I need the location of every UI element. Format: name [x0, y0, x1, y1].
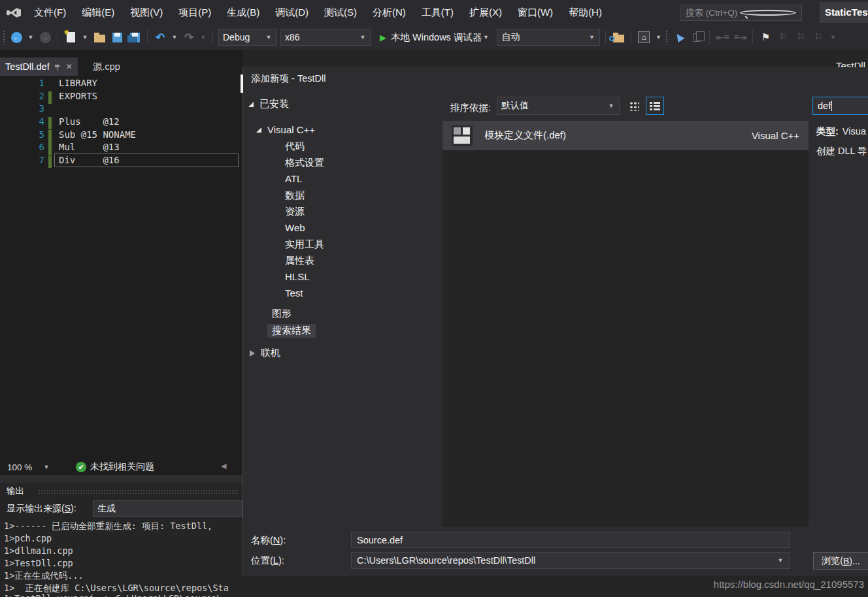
browse-button[interactable]: 浏览(B)... [813, 552, 868, 570]
location-dropdown[interactable]: C:\Users\LGR\source\repos\TestDll\TestDl… [351, 552, 790, 569]
undo-dropdown[interactable]: ▼ [171, 34, 178, 40]
tree-node-code[interactable]: 代码 [285, 140, 305, 153]
toolbar-separator [631, 30, 631, 44]
quick-search-box[interactable]: 搜索 (Ctrl+Q) [680, 5, 802, 21]
tree-node-utility[interactable]: 实用工具 [285, 238, 324, 251]
open-folder-icon [94, 35, 105, 42]
save-button[interactable] [110, 29, 124, 45]
attach-mode-dropdown[interactable]: 自动 ▼ [497, 29, 600, 46]
tree-node-installed[interactable]: 已安装 [248, 98, 289, 110]
menu-test[interactable]: 测试(S) [316, 0, 365, 25]
tree-node-atl[interactable]: ATL [285, 173, 302, 184]
tree-node-resource[interactable]: 资源 [285, 206, 305, 218]
name-field[interactable]: Source.def [351, 532, 790, 548]
small-icons-view-button[interactable] [626, 97, 643, 114]
panel-splitter[interactable] [0, 475, 242, 483]
next-bookmark-button[interactable]: ⚐ [793, 29, 808, 45]
name-value: Source.def [357, 535, 403, 545]
menu-project[interactable]: 项目(P) [171, 0, 219, 25]
tree-node-test[interactable]: Test [285, 287, 303, 298]
new-file-dropdown[interactable]: ▼ [81, 34, 89, 40]
redo-button[interactable]: ↷ [182, 29, 196, 45]
output-log[interactable]: 1>------ 已启动全部重新生成: 项目: TestDll, 1>pch.c… [4, 519, 242, 597]
tab-source-cpp[interactable]: 源.cpp [93, 57, 120, 76]
chevron-down-icon: ▼ [607, 103, 615, 109]
previous-bookmark-button[interactable]: ⚐ [776, 29, 790, 45]
menu-tools[interactable]: 工具(T) [414, 0, 461, 25]
pin-icon[interactable] [54, 64, 60, 70]
tab-testdll-def[interactable]: TestDll.def ✕ [0, 57, 78, 76]
list-view-button[interactable] [646, 97, 664, 115]
clear-bookmarks-button[interactable]: ⚐ [811, 29, 826, 45]
output-line: 1>TestDll.cpp [4, 558, 73, 568]
increase-indent-button[interactable]: ≡⇥ [733, 29, 747, 45]
sort-by-dropdown[interactable]: 默认值 ▼ [497, 97, 620, 115]
navigate-back-dropdown[interactable]: ▼ [27, 34, 35, 40]
solution-platform-dropdown[interactable]: x86 ▼ [280, 29, 371, 46]
scroll-left-arrow[interactable]: ◀ [221, 462, 226, 470]
navigate-to-cursor-button[interactable] [672, 29, 686, 45]
menu-window[interactable]: 窗口(W) [510, 0, 561, 25]
find-in-files-button[interactable] [611, 29, 626, 45]
decrease-indent-button[interactable]: ⇤≡ [715, 29, 729, 45]
open-file-button[interactable] [92, 29, 107, 45]
template-search-input[interactable]: def [812, 97, 868, 115]
tree-node-visual-cpp[interactable]: Visual C++ [256, 124, 315, 135]
menu-help[interactable]: 帮助(H) [561, 0, 610, 25]
menu-build[interactable]: 生成(B) [219, 0, 267, 25]
tree-node-web[interactable]: Web [285, 222, 305, 233]
toolbar-grip[interactable] [3, 30, 6, 44]
new-file-button[interactable] [63, 29, 78, 45]
play-icon: ▶ [380, 33, 386, 42]
standard-toolbar: ← ▼ → ▼ ↶ ▼ ↷ ▼ Debug ▼ x86 ▼ ▶ 本地 Windo… [0, 25, 868, 50]
code-area[interactable]: 1LIBRARY 2EXPORTS 3 4Plus @12 5Sub @15 N… [0, 76, 242, 459]
copy-icon [693, 33, 701, 42]
add-new-item-dialog: 添加新项 - TestDll 已安装 Visual C++ 代码 格式设置 AT… [242, 67, 868, 576]
output-line: 1>pch.cpp [4, 533, 52, 543]
configuration-value: Debug [223, 32, 265, 42]
chevron-down-icon: ▼ [588, 34, 595, 40]
menu-debug[interactable]: 调试(D) [267, 0, 316, 25]
tree-node-online[interactable]: 联机 [250, 347, 280, 359]
module-definition-file-icon [452, 125, 473, 146]
template-row-module-definition-file[interactable]: 模块定义文件(.def) Visual C++ [442, 121, 809, 150]
copy-reference-button[interactable] [690, 29, 704, 45]
template-search-value: def [818, 101, 831, 111]
menu-view[interactable]: 视图(V) [122, 0, 171, 25]
menu-analyze[interactable]: 分析(N) [365, 0, 414, 25]
tree-node-data[interactable]: 数据 [285, 189, 305, 202]
solution-configuration-dropdown[interactable]: Debug ▼ [218, 29, 277, 46]
toggle-bookmark-button[interactable]: ⚑ [758, 29, 773, 45]
chevron-down-icon: ▼ [359, 34, 367, 40]
undo-button[interactable]: ↶ [153, 29, 167, 45]
output-source-value: 生成 [97, 503, 238, 515]
bookmarks-dropdown[interactable]: ▼ [829, 34, 837, 40]
tree-node-graphics[interactable]: 图形 [272, 308, 292, 320]
panel-drag-texture[interactable] [38, 489, 238, 494]
tree-node-property-sheets[interactable]: 属性表 [285, 255, 314, 267]
tree-node-formatting[interactable]: 格式设置 [285, 157, 324, 169]
redo-icon: ↷ [184, 32, 193, 43]
redo-dropdown[interactable]: ▼ [199, 34, 207, 40]
menu-file[interactable]: 文件(F) [26, 0, 74, 25]
save-all-button[interactable] [127, 29, 142, 45]
tree-node-search-results-selected[interactable]: 搜索结果 [267, 324, 316, 338]
code-line: 6Mul @13 [0, 142, 242, 155]
toolbar-separator [709, 30, 710, 44]
sync-dropdown[interactable]: ▼ [654, 34, 662, 40]
menu-extensions[interactable]: 扩展(X) [461, 0, 510, 25]
output-source-dropdown[interactable]: 生成 [93, 500, 242, 517]
start-debugging-button[interactable]: ▶ 本地 Windows 调试器 ▼ [380, 29, 490, 45]
menu-edit[interactable]: 编辑(E) [74, 0, 122, 25]
tree-node-hlsl[interactable]: HLSL [285, 271, 310, 282]
navigate-forward-button[interactable]: → [38, 29, 52, 45]
background-window-area: TestDll [242, 50, 868, 67]
output-panel: 输出 显示输出来源(S): 生成 1>------ 已启动全部重新生成: 项目:… [0, 483, 242, 597]
editor-status-bar: 100 % ▼ ✔ 未找到相关问题 ◀ [0, 459, 242, 475]
solution-explorer-sync-button[interactable]: ⌂ [637, 29, 651, 45]
toolbar-grip[interactable] [665, 30, 669, 44]
zoom-level-dropdown[interactable]: 100 % ▼ [4, 460, 54, 474]
navigate-back-button[interactable]: ← [9, 29, 24, 45]
tab-label: 源.cpp [93, 61, 120, 73]
close-icon[interactable]: ✕ [66, 62, 73, 71]
